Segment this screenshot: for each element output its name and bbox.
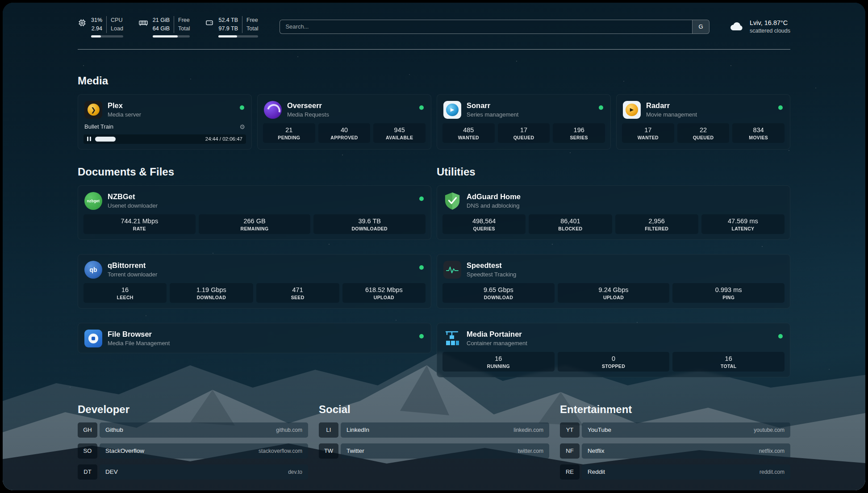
plex-chevron-glyph: ❯ xyxy=(91,106,96,113)
plex-playback-time: 24:44 / 02:06:47 xyxy=(205,136,242,142)
adguard-desc: DNS and adblocking xyxy=(467,202,521,209)
bookmarks-entertainment: Entertainment YT YouTube youtube.com NF … xyxy=(560,403,790,485)
adguard-header[interactable]: AdGuard Home DNS and adblocking xyxy=(442,190,785,214)
bookmark-name: YouTube xyxy=(588,426,611,433)
stat-value: 0 xyxy=(559,355,668,362)
stat-value: 39.6 TB xyxy=(315,217,424,225)
search-provider-button[interactable]: G xyxy=(692,20,709,33)
gear-icon[interactable]: ⚙ xyxy=(239,123,245,130)
overseerr-icon xyxy=(264,101,282,119)
media-row: ❯ Plex Media server Bullet Train ⚙ xyxy=(78,94,790,150)
bookmark-stackoverflow[interactable]: SO StackOverflow stackoverflow.com xyxy=(78,443,308,459)
stat-remaining: 266 GB REMAINING xyxy=(199,214,311,234)
stat-label: PING xyxy=(674,295,783,300)
qbittorrent-desc: Torrent downloader xyxy=(108,271,157,278)
stat-rate: 744.21 Mbps RATE xyxy=(83,214,196,234)
utilities-column: Utilities AdGuard Home xyxy=(437,150,790,392)
nzbget-stats: 744.21 Mbps RATE 266 GB REMAINING 39.6 T… xyxy=(83,214,426,234)
bookmark-bar: Netflix netflix.com xyxy=(582,443,790,459)
stat-value: 17 xyxy=(500,126,548,134)
stat-available: 945 AVAILABLE xyxy=(373,123,426,143)
section-title-social: Social xyxy=(319,403,549,416)
stat-queries: 498,564 QUERIES xyxy=(442,214,526,234)
overseerr-header[interactable]: Overseerr Media Requests xyxy=(263,99,426,123)
plex-progress-fill xyxy=(95,137,116,142)
portainer-stats: 16 RUNNING 0 STOPPED 16 TOTAL xyxy=(442,352,785,372)
bookmarks-developer: Developer GH Github github.com SO StackO… xyxy=(78,403,308,485)
nzbget-name: NZBGet xyxy=(108,192,158,201)
memory-widget: 21 GiB 64 GiB Free Total xyxy=(138,16,190,38)
memory-total-value: 64 GiB xyxy=(153,25,170,33)
bookmark-youtube[interactable]: YT YouTube youtube.com xyxy=(560,422,790,438)
stat-label: FILTERED xyxy=(617,226,697,231)
radarr-header[interactable]: ▶ Radarr Movie management xyxy=(622,99,785,123)
weather-condition: scattered clouds xyxy=(750,28,790,34)
stat-download: 1.19 Gbps DOWNLOAD xyxy=(170,283,253,303)
bookmark-url: twitter.com xyxy=(518,448,543,454)
qbittorrent-header[interactable]: qb qBittorrent Torrent downloader xyxy=(83,259,426,283)
stat-leech: 16 LEECH xyxy=(83,283,167,303)
sonarr-play-glyph: ▶ xyxy=(451,107,454,113)
bookmark-reddit[interactable]: RE Reddit reddit.com xyxy=(560,464,790,480)
weather-widget: Lviv, 16.87°C scattered clouds xyxy=(729,19,790,34)
nzbget-header[interactable]: nzbget NZBGet Usenet downloader xyxy=(83,190,426,214)
cloud-icon xyxy=(729,21,744,33)
speedtest-header[interactable]: Speedtest Speedtest Tracking xyxy=(442,259,785,283)
portainer-header[interactable]: Media Portainer Container management xyxy=(442,328,785,352)
stat-blocked: 86,401 BLOCKED xyxy=(529,214,612,234)
stat-upload: 9.24 Gbps UPLOAD xyxy=(558,283,670,303)
section-title-developer: Developer xyxy=(78,403,308,416)
disk-icon xyxy=(205,18,214,27)
stat-label: AVAILABLE xyxy=(375,135,424,140)
portainer-crane-icon xyxy=(443,330,461,347)
sonarr-header[interactable]: ▶ Sonarr Series management xyxy=(442,99,605,123)
bookmark-github[interactable]: GH Github github.com xyxy=(78,422,308,438)
disk-progress-bar xyxy=(218,35,258,38)
bookmark-url: dev.to xyxy=(288,469,302,475)
radarr-status-dot xyxy=(778,105,783,110)
radarr-text: Radarr Movie management xyxy=(646,101,697,118)
speedtest-name: Speedtest xyxy=(467,261,516,270)
stat-value: 618.52 Mbps xyxy=(344,286,424,293)
qbittorrent-text: qBittorrent Torrent downloader xyxy=(108,261,157,278)
search-bar[interactable]: G xyxy=(280,20,709,34)
stat-label: DOWNLOAD xyxy=(444,295,553,300)
bookmark-twitter[interactable]: TW Twitter twitter.com xyxy=(319,443,549,459)
bookmark-netflix[interactable]: NF Netflix netflix.com xyxy=(560,443,790,459)
plex-progress-track[interactable] xyxy=(95,134,201,144)
dashboard-screen: 31% 2.94 CPU Load xyxy=(3,3,865,490)
plex-header[interactable]: ❯ Plex Media server xyxy=(83,99,246,123)
search-input[interactable] xyxy=(280,23,692,30)
bookmark-dev[interactable]: DT DEV dev.to xyxy=(78,464,308,480)
adguard-stats: 498,564 QUERIES 86,401 BLOCKED 2,956 FIL… xyxy=(442,214,785,234)
stat-value: 86,401 xyxy=(530,217,610,225)
stat-label: DOWNLOAD xyxy=(171,295,251,300)
bookmark-linkedin[interactable]: LI LinkedIn linkedin.com xyxy=(319,422,549,438)
bookmark-url: stackoverflow.com xyxy=(259,448,302,454)
card-plex: ❯ Plex Media server Bullet Train ⚙ xyxy=(78,94,252,150)
qbittorrent-icon: qb xyxy=(84,261,102,279)
disk-stats: 52.4 TB 97.9 TB Free Total xyxy=(218,16,258,38)
disk-progress-fill xyxy=(218,35,237,38)
bookmark-bar: Github github.com xyxy=(100,422,308,438)
cpu-percent: 31% xyxy=(91,16,102,25)
stat-value: 16 xyxy=(674,355,783,362)
bookmark-abbr: SO xyxy=(78,443,97,459)
bookmark-name: Netflix xyxy=(588,447,605,454)
stat-value: 266 GB xyxy=(200,217,309,225)
overseerr-status-dot xyxy=(419,105,424,110)
stat-label: MOVIES xyxy=(734,135,783,140)
pause-icon[interactable] xyxy=(87,137,91,141)
nzbget-desc: Usenet downloader xyxy=(108,202,158,209)
radarr-icon: ▶ xyxy=(623,101,641,119)
speedtest-text: Speedtest Speedtest Tracking xyxy=(467,261,516,278)
bookmarks-social: Social LI LinkedIn linkedin.com TW Twitt… xyxy=(319,403,549,485)
stat-value: 17 xyxy=(624,126,672,134)
bookmark-url: github.com xyxy=(276,427,302,433)
stat-label: APPROVED xyxy=(320,135,369,140)
cpu-label: CPU xyxy=(111,16,123,25)
resource-widgets: 31% 2.94 CPU Load xyxy=(78,16,258,38)
filebrowser-header[interactable]: File Browser Media File Management xyxy=(83,328,426,349)
stat-ping: 0.993 ms PING xyxy=(672,283,785,303)
stat-movies: 834 MOVIES xyxy=(732,123,785,143)
